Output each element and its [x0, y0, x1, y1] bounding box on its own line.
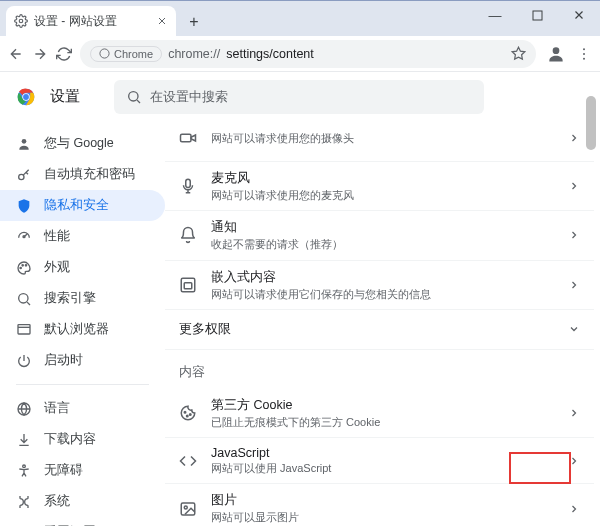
toolbar: Chrome chrome://settings/content: [0, 36, 600, 72]
system-icon: [16, 494, 32, 510]
image-icon: [179, 500, 197, 518]
svg-point-16: [19, 293, 28, 302]
shield-icon: [16, 198, 32, 214]
main-content: 网站可以请求使用您的摄像头 麦克风网站可以请求使用您的麦克风 通知收起不需要的请…: [165, 122, 600, 526]
setting-camera[interactable]: 网站可以请求使用您的摄像头: [165, 122, 594, 162]
minimize-button[interactable]: —: [474, 0, 516, 30]
sidebar-item-autofill[interactable]: 自动填充和密码: [0, 159, 165, 190]
window-controls: —: [474, 0, 600, 36]
url-path: settings/content: [226, 47, 314, 61]
tab-title: 设置 - 网站设置: [34, 13, 150, 30]
setting-notifications[interactable]: 通知收起不需要的请求（推荐）: [165, 211, 594, 260]
menu-button[interactable]: [576, 46, 592, 62]
cookie-icon: [179, 404, 197, 422]
key-icon: [16, 167, 32, 183]
setting-images[interactable]: 图片网站可以显示图片: [165, 484, 594, 526]
svg-point-27: [187, 415, 189, 417]
svg-rect-24: [181, 278, 195, 292]
close-window-button[interactable]: [558, 0, 600, 30]
svg-point-2: [100, 49, 109, 58]
accessibility-icon: [16, 463, 32, 479]
sidebar: 您与 Google 自动填充和密码 隐私和安全 性能 外观 搜索引擎 默认浏览器…: [0, 122, 165, 526]
svg-point-13: [20, 267, 21, 268]
settings-search[interactable]: 在设置中搜索: [114, 80, 484, 114]
chrome-logo-icon: [16, 87, 36, 107]
svg-point-12: [19, 174, 24, 179]
code-icon: [179, 452, 197, 470]
forward-button[interactable]: [32, 46, 48, 62]
speed-icon: [16, 229, 32, 245]
svg-point-6: [583, 57, 585, 59]
setting-cookies[interactable]: 第三方 Cookie已阻止无痕模式下的第三方 Cookie: [165, 389, 594, 438]
gear-icon: [14, 14, 28, 28]
back-button[interactable]: [8, 46, 24, 62]
svg-point-4: [583, 48, 585, 50]
svg-rect-22: [181, 134, 192, 142]
svg-rect-17: [18, 324, 30, 333]
chevron-down-icon: [568, 323, 580, 335]
chevron-right-icon: [568, 407, 580, 419]
svg-point-0: [19, 19, 23, 23]
url-host: chrome://: [168, 47, 220, 61]
palette-icon: [16, 260, 32, 276]
svg-rect-25: [184, 282, 192, 288]
setting-microphone[interactable]: 麦克风网站可以请求使用您的麦克风: [165, 162, 594, 211]
more-permissions[interactable]: 更多权限: [165, 310, 594, 350]
section-content-header: 内容: [165, 350, 594, 389]
divider: [16, 384, 149, 385]
svg-point-9: [23, 94, 29, 100]
sidebar-item-appearance[interactable]: 外观: [0, 252, 165, 283]
bookmark-icon[interactable]: [511, 46, 526, 61]
setting-embedded[interactable]: 嵌入式内容网站可以请求使用它们保存的与您相关的信息: [165, 261, 594, 310]
sidebar-item-you-and-google[interactable]: 您与 Google: [0, 128, 165, 159]
svg-point-5: [583, 53, 585, 55]
sidebar-item-performance[interactable]: 性能: [0, 221, 165, 252]
svg-point-14: [22, 264, 23, 265]
browser-icon: [16, 322, 32, 338]
svg-point-11: [22, 139, 27, 144]
svg-point-28: [190, 414, 192, 416]
svg-point-19: [23, 465, 26, 468]
download-icon: [16, 432, 32, 448]
chevron-right-icon: [568, 180, 580, 192]
settings-header: 设置 在设置中搜索: [0, 72, 600, 122]
chevron-right-icon: [568, 229, 580, 241]
maximize-button[interactable]: [516, 0, 558, 30]
scrollbar-thumb[interactable]: [586, 96, 596, 150]
svg-rect-1: [533, 11, 542, 20]
setting-javascript[interactable]: JavaScript网站可以使用 JavaScript: [165, 438, 594, 484]
sidebar-item-accessibility[interactable]: 无障碍: [0, 455, 165, 486]
svg-point-30: [184, 506, 187, 509]
new-tab-button[interactable]: +: [180, 8, 208, 36]
globe-icon: [16, 401, 32, 417]
profile-avatar[interactable]: [544, 42, 568, 66]
microphone-icon: [179, 177, 197, 195]
address-bar[interactable]: Chrome chrome://settings/content: [80, 40, 536, 68]
window-titlebar: 设置 - 网站设置 + —: [0, 0, 600, 36]
page-title: 设置: [50, 87, 80, 106]
sidebar-item-search-engine[interactable]: 搜索引擎: [0, 283, 165, 314]
sidebar-item-languages[interactable]: 语言: [0, 393, 165, 424]
search-icon: [16, 291, 32, 307]
svg-point-26: [184, 412, 186, 414]
sidebar-item-privacy[interactable]: 隐私和安全: [0, 190, 165, 221]
close-icon[interactable]: [156, 15, 168, 27]
search-icon: [126, 89, 142, 105]
sidebar-item-system[interactable]: 系统: [0, 486, 165, 517]
reload-button[interactable]: [56, 46, 72, 62]
svg-point-15: [25, 264, 26, 265]
sidebar-item-downloads[interactable]: 下载内容: [0, 424, 165, 455]
chevron-right-icon: [568, 455, 580, 467]
svg-point-3: [553, 47, 560, 54]
browser-tab[interactable]: 设置 - 网站设置: [6, 6, 176, 36]
svg-rect-23: [186, 179, 191, 187]
svg-point-10: [129, 91, 138, 100]
chevron-right-icon: [568, 279, 580, 291]
sidebar-item-reset[interactable]: 重置设置: [0, 517, 165, 526]
chevron-right-icon: [568, 503, 580, 515]
power-icon: [16, 353, 32, 369]
sidebar-item-on-startup[interactable]: 启动时: [0, 345, 165, 376]
sidebar-item-default-browser[interactable]: 默认浏览器: [0, 314, 165, 345]
chevron-right-icon: [568, 132, 580, 144]
embed-icon: [179, 276, 197, 294]
